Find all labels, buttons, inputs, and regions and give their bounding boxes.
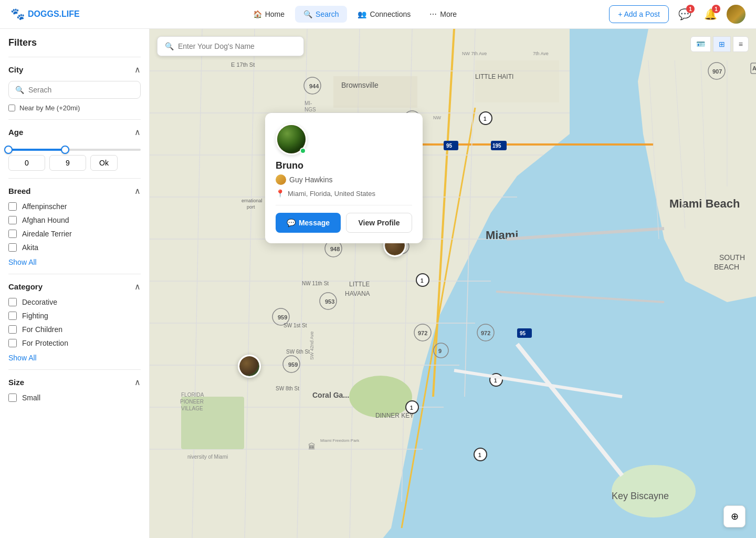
home-icon: 🏠	[253, 10, 262, 18]
messages-button[interactable]: 💬 1	[675, 5, 695, 24]
breed-akita-label[interactable]: Akita	[22, 243, 38, 252]
svg-text:SOUTH: SOUTH	[719, 253, 745, 262]
breed-affenpinscher-label[interactable]: Affenpinscher	[22, 202, 67, 211]
city-filter-label: City	[8, 65, 23, 74]
category-decorative-checkbox[interactable]	[8, 298, 17, 306]
add-post-button[interactable]: + Add a Post	[609, 5, 669, 23]
category-show-all-link[interactable]: Show All	[8, 354, 141, 362]
popup-actions: 💬 Message View Profile	[276, 213, 412, 233]
breed-filter-label: Breed	[8, 187, 31, 195]
map-view-controls: 🪪 ⊞ ≡	[690, 36, 749, 52]
svg-text:NGS: NGS	[304, 107, 316, 112]
popup-avatar-container	[276, 123, 307, 155]
paw-icon: 🐾	[10, 7, 25, 21]
svg-point-25	[349, 376, 412, 418]
breed-affenpinscher-checkbox[interactable]	[8, 202, 17, 211]
age-slider-container: 0 9 Ok	[8, 144, 141, 171]
svg-text:7th Ave: 7th Ave	[533, 51, 549, 56]
svg-text:Miami Freedom Park: Miami Freedom Park	[320, 438, 360, 443]
age-range-track-visual	[8, 144, 141, 155]
locate-me-button[interactable]: ⊕	[723, 505, 746, 527]
size-chevron-icon: ∧	[134, 377, 141, 387]
category-checkbox-list: Decorative Fighting For Children For Pro…	[8, 298, 141, 347]
breed-akita-checkbox[interactable]	[8, 243, 17, 252]
nav-home[interactable]: 🏠 Home	[245, 6, 293, 23]
category-for-children-row: For Children	[8, 325, 141, 334]
svg-text:PIONEER: PIONEER	[180, 399, 204, 405]
category-fighting-row: Fighting	[8, 312, 141, 320]
popup-location-text: Miami, Florida, United States	[288, 190, 375, 198]
range-thumb-min	[4, 146, 13, 154]
message-badge: 1	[686, 5, 695, 13]
nearby-checkbox[interactable]	[8, 105, 15, 111]
age-min-input[interactable]: 0	[8, 155, 45, 171]
city-search-input[interactable]	[28, 86, 134, 94]
nav-home-label: Home	[265, 10, 285, 18]
user-avatar[interactable]	[727, 5, 746, 24]
svg-text:Brownsville: Brownsville	[341, 81, 379, 89]
breed-afghan-hound-label[interactable]: Afghan Hound	[22, 216, 69, 224]
breed-filter-header[interactable]: Breed ∧	[8, 186, 141, 196]
svg-text:MI-: MI-	[304, 100, 312, 106]
svg-text:948: 948	[330, 246, 340, 252]
nearby-label[interactable]: Near by Me (+20mi)	[19, 104, 80, 112]
size-checkbox-list: Small	[8, 394, 141, 402]
chat-icon: 💬	[287, 219, 296, 227]
popup-owner-name: Guy Hawkins	[289, 175, 332, 184]
svg-text:SW 6th St: SW 6th St	[286, 349, 310, 355]
breed-show-all-link[interactable]: Show All	[8, 258, 141, 266]
svg-text:1: 1	[484, 116, 487, 122]
svg-text:port: port	[247, 204, 255, 210]
category-for-children-label[interactable]: For Children	[22, 325, 62, 334]
breed-akita-row: Akita	[8, 243, 141, 252]
breed-airedale-terrier-row: Airedale Terrier	[8, 230, 141, 238]
dog-marker-coral-gables[interactable]	[238, 355, 261, 378]
nav-search[interactable]: 🔍 Search	[295, 6, 347, 23]
category-for-protection-checkbox[interactable]	[8, 339, 17, 347]
size-small-row: Small	[8, 394, 141, 402]
category-filter-header[interactable]: Category ∧	[8, 282, 141, 292]
svg-text:LITTLE HAITI: LITTLE HAITI	[475, 73, 513, 80]
svg-text:VILLAGE: VILLAGE	[181, 406, 203, 411]
category-decorative-label[interactable]: Decorative	[22, 298, 57, 306]
location-pin-icon: 📍	[276, 189, 285, 198]
breed-afghan-hound-checkbox[interactable]	[8, 216, 17, 224]
age-ok-button[interactable]: Ok	[90, 155, 118, 171]
size-small-label[interactable]: Small	[22, 394, 40, 402]
category-for-children-checkbox[interactable]	[8, 325, 17, 334]
age-filter-header[interactable]: Age ∧	[8, 127, 141, 137]
age-chevron-icon: ∧	[134, 127, 141, 137]
view-profile-button[interactable]: View Profile	[346, 213, 412, 233]
grid-icon: ⊞	[719, 40, 725, 48]
breed-airedale-terrier-label[interactable]: Airedale Terrier	[22, 230, 72, 238]
grid-view-button[interactable]: ⊞	[713, 36, 731, 52]
filters-title: Filters	[8, 37, 141, 48]
svg-text:1: 1	[421, 278, 424, 284]
category-fighting-label[interactable]: Fighting	[22, 312, 48, 320]
card-view-button[interactable]: 🪪	[690, 36, 711, 52]
age-max-input[interactable]: 9	[49, 155, 86, 171]
breed-checkbox-list: Affenpinscher Afghan Hound Airedale Terr…	[8, 202, 141, 252]
nav-connections[interactable]: 👥 Connections	[349, 6, 419, 23]
notifications-button[interactable]: 🔔 1	[701, 5, 720, 24]
map-background[interactable]: E 17th St W 36th St NW 11th St SW 1st St…	[150, 29, 756, 538]
logo[interactable]: 🐾 DOGGS.LIFE	[10, 7, 80, 21]
size-filter-header[interactable]: Size ∧	[8, 377, 141, 387]
header-right: + Add a Post 💬 1 🔔 1	[609, 5, 746, 24]
category-chevron-icon: ∧	[134, 282, 141, 292]
city-filter-header[interactable]: City ∧	[8, 65, 141, 75]
owner-icon	[276, 174, 286, 185]
message-button[interactable]: 💬 Message	[276, 213, 341, 233]
size-small-checkbox[interactable]	[8, 394, 17, 402]
breed-airedale-terrier-checkbox[interactable]	[8, 230, 17, 238]
popup-owner-row: Guy Hawkins	[276, 174, 412, 185]
map-search-input[interactable]	[178, 42, 296, 50]
nav-more[interactable]: ⋯ More	[421, 6, 465, 23]
category-fighting-checkbox[interactable]	[8, 312, 17, 320]
list-view-button[interactable]: ≡	[733, 36, 749, 52]
logo-text: DOGGS.LIFE	[28, 9, 80, 19]
svg-text:959: 959	[278, 314, 287, 320]
svg-text:9: 9	[438, 348, 442, 354]
svg-text:195: 195	[492, 143, 501, 149]
category-for-protection-label[interactable]: For Protection	[22, 339, 68, 347]
